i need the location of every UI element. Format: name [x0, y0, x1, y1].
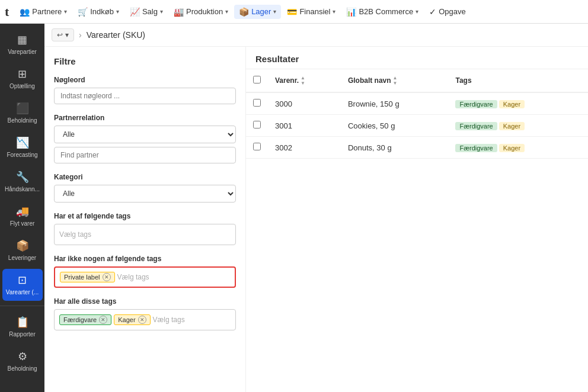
row-checkbox[interactable] — [253, 143, 261, 150]
varepartier-icon: ▦ — [17, 33, 27, 46]
forecasting-icon: 📉 — [16, 136, 29, 149]
col-globalt-navn-label: Globalt navn — [348, 76, 391, 85]
category-label: Kategori — [54, 173, 236, 181]
sidebar-item-flyt[interactable]: 🚚 Flyt varer — [2, 200, 43, 232]
sidebar-forecasting-label: Forecasting — [7, 152, 37, 159]
top-nav: t 👥 Partnere ▾ 🛒 Indkøb ▾ 📈 Salg ▾ 🏭 Pro… — [0, 0, 588, 24]
tag-private-label-remove[interactable]: ✕ — [103, 273, 111, 281]
has-any-tags-label: Har et af følgende tags — [54, 212, 236, 220]
has-any-tags-placeholder: Vælg tags — [59, 230, 91, 239]
row-tag-badge: Færdigvare — [455, 100, 497, 108]
b2b-icon: 📊 — [346, 7, 356, 17]
row-globalt-navn: Donuts, 30 g — [341, 137, 449, 159]
breadcrumb-current: Varearter (SKU) — [87, 30, 145, 40]
row-tag-badge: Kager — [499, 144, 525, 152]
has-none-tags-placeholder: Vælg tags — [117, 273, 149, 281]
row-tags: FærdigvareKager — [448, 115, 588, 137]
nav-indkob[interactable]: 🛒 Indkøb ▾ — [73, 5, 124, 19]
results-panel: Resultater Varenr. ▲▼ — [246, 47, 588, 392]
haandsk-icon: 🔧 — [16, 171, 29, 184]
sidebar-beholdning2-label: Beholdning — [7, 365, 37, 372]
tag-faerdigvare: Færdigvare ✕ — [59, 314, 111, 325]
sidebar-flyt-label: Flyt varer — [10, 220, 35, 227]
back-icon: ↩ — [57, 31, 63, 39]
row-checkbox[interactable] — [253, 99, 261, 107]
nav-partnere[interactable]: 👥 Partnere ▾ — [15, 5, 72, 19]
col-header-varenr[interactable]: Varenr. ▲▼ — [268, 69, 341, 92]
table-row: 3002 Donuts, 30 g FærdigvareKager — [246, 137, 588, 159]
nav-b2b-label: B2B Commerce — [359, 7, 413, 16]
row-checkbox[interactable] — [253, 121, 261, 128]
nav-lager-label: Lager — [251, 7, 271, 16]
globalt-navn-sort-icons: ▲▼ — [393, 75, 398, 86]
nav-lager[interactable]: 📦 Lager ▾ — [234, 5, 281, 19]
content-area: ↩ ▾ › Varearter (SKU) Filtre Nøgleord Pa… — [44, 24, 588, 392]
partner-label: Partnerrelation — [54, 114, 236, 122]
row-tags: FærdigvareKager — [448, 137, 588, 159]
col-varenr-label: Varenr. — [275, 76, 299, 85]
tag-kager-remove[interactable]: ✕ — [138, 316, 146, 324]
col-header-globalt-navn[interactable]: Globalt navn ▲▼ — [341, 69, 449, 92]
keyword-input[interactable] — [54, 88, 236, 104]
sidebar-item-forecasting[interactable]: 📉 Forecasting — [2, 131, 43, 163]
keyword-label: Nøgleord — [54, 76, 236, 84]
leveringer-icon: 📦 — [16, 239, 29, 252]
globalt-navn-sort[interactable]: Globalt navn ▲▼ — [348, 75, 398, 86]
filter-section-partner: Partnerrelation Alle — [54, 114, 236, 163]
select-all-checkbox[interactable] — [253, 76, 261, 83]
has-all-tags-box[interactable]: Færdigvare ✕ Kager ✕ Vælg tags — [54, 309, 236, 330]
body-split: Filtre Nøgleord Partnerrelation Alle Ka — [44, 47, 588, 392]
sidebar-item-haandsk[interactable]: 🔧 Håndskann... — [2, 166, 43, 198]
main-layout: ▦ Varepartier ⊞ Optælling ⬛ Beholdning 📉… — [0, 24, 588, 392]
row-varenr: 3000 — [268, 92, 341, 115]
salg-icon: 📈 — [130, 7, 140, 17]
nav-finansiel-label: Finansiel — [299, 7, 330, 16]
sidebar-item-rapporter[interactable]: 📋 Rapporter — [2, 311, 43, 343]
logo[interactable]: t — [5, 4, 9, 20]
varenr-sort-icons: ▲▼ — [301, 75, 305, 86]
varenr-sort[interactable]: Varenr. ▲▼ — [275, 75, 305, 86]
lager-chevron: ▾ — [273, 8, 276, 15]
table-row: 3001 Cookies, 50 g FærdigvareKager — [246, 115, 588, 137]
sidebar-optaelling-label: Optælling — [9, 83, 35, 90]
optaelling-icon: ⊞ — [18, 68, 27, 81]
partnere-chevron: ▾ — [64, 8, 67, 15]
row-tag-badge: Færdigvare — [455, 122, 497, 130]
sidebar-item-varepartier[interactable]: ▦ Varepartier — [2, 28, 43, 60]
tag-faerdigvare-remove[interactable]: ✕ — [99, 316, 107, 324]
finansiel-icon: 💳 — [287, 7, 297, 17]
breadcrumb-bar: ↩ ▾ › Varearter (SKU) — [44, 24, 588, 47]
filter-title: Filtre — [54, 56, 236, 66]
nav-opgave-label: Opgave — [439, 7, 466, 16]
sidebar-beholdning1-label: Beholdning — [7, 117, 37, 124]
b2b-chevron: ▾ — [416, 8, 418, 15]
filter-section-category: Kategori Alle — [54, 173, 236, 203]
nav-produktion[interactable]: 🏭 Produktion ▾ — [169, 5, 233, 19]
sidebar-item-beholdning2[interactable]: ⚙ Beholdning — [2, 345, 43, 377]
nav-salg[interactable]: 📈 Salg ▾ — [125, 5, 168, 19]
tag-kager-text: Kager — [118, 316, 135, 323]
has-none-tags-box[interactable]: Private label ✕ Vælg tags — [54, 266, 236, 288]
sidebar-item-varearter[interactable]: ⊡ Varearter (... — [2, 269, 43, 301]
beholdning2-icon: ⚙ — [18, 350, 27, 363]
tag-private-label: Private label ✕ — [60, 272, 115, 282]
row-check-cell — [246, 92, 268, 115]
nav-b2b[interactable]: 📊 B2B Commerce ▾ — [341, 5, 423, 19]
has-any-tags-box[interactable]: Vælg tags — [54, 224, 236, 245]
row-tag-badge: Kager — [499, 100, 525, 108]
category-select[interactable]: Alle — [54, 185, 236, 203]
row-check-cell — [246, 137, 268, 159]
nav-salg-label: Salg — [142, 7, 158, 16]
find-partner-input[interactable] — [54, 147, 236, 163]
nav-opgave[interactable]: ✓ Opgave — [424, 5, 471, 19]
back-chevron: ▾ — [65, 31, 69, 39]
partner-select[interactable]: Alle — [54, 126, 236, 143]
has-all-tags-placeholder: Vælg tags — [153, 316, 185, 324]
row-globalt-navn: Cookies, 50 g — [341, 115, 449, 137]
breadcrumb-back-button[interactable]: ↩ ▾ — [52, 28, 74, 41]
flyt-icon: 🚚 — [16, 205, 29, 218]
sidebar-item-beholdning1[interactable]: ⬛ Beholdning — [2, 97, 43, 129]
nav-finansiel[interactable]: 💳 Finansiel ▾ — [282, 5, 340, 19]
sidebar-item-optaelling[interactable]: ⊞ Optælling — [2, 63, 43, 95]
sidebar-item-leveringer[interactable]: 📦 Leveringer — [2, 234, 43, 266]
